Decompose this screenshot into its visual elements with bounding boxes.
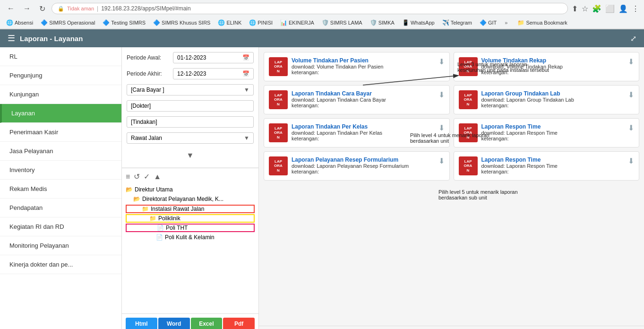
share-icon[interactable]: ⬆ <box>572 4 578 13</box>
bookmark-testing[interactable]: 🔷 Testing SIMRS <box>100 18 148 27</box>
address-bar[interactable]: 🔒 Tidak aman | 192.168.23.228/apps/SIMpe… <box>52 3 568 14</box>
bookmark-simka[interactable]: 🛡️ SIMKA <box>368 18 397 27</box>
profile-icon[interactable]: 👤 <box>618 4 628 13</box>
simrs-lama-icon: 🛡️ <box>322 19 329 26</box>
report-title-7[interactable]: Laporan Respon Time <box>481 156 625 163</box>
bookmarks-bar: 🌐 Absensi 🔷 SIMRS Operasional 🔷 Testing … <box>0 17 644 29</box>
bookmark-elink[interactable]: 🌐 ELINK <box>215 18 244 27</box>
undo-icon[interactable]: ↺ <box>134 172 140 181</box>
git-label: GIT <box>488 20 497 26</box>
sidebar-item-kinerja-dokter[interactable]: Kinerja dokter dan pe... <box>0 255 121 274</box>
expand-icon[interactable]: ▲ <box>154 173 161 181</box>
calendar-icon-2: 📅 <box>242 70 249 77</box>
main-layout: RL Pengunjung Kunjungan Layanan Penerima… <box>0 47 644 329</box>
download-icon-6[interactable]: ⬇ <box>438 156 445 165</box>
menu-icon[interactable]: ⋮ <box>632 4 639 13</box>
simrs-lama-label: SIMRS LAMA <box>330 20 362 26</box>
report-title-1[interactable]: Volume Tindakan Rekap <box>481 57 625 64</box>
excel-button[interactable]: Excel <box>191 318 223 329</box>
html-button[interactable]: Html <box>126 318 157 329</box>
report-title-5[interactable]: Laporan Respon Time <box>481 123 625 130</box>
report-title-2[interactable]: Laporan Tindakan Cara Bayar <box>292 90 435 97</box>
download-icon-7[interactable]: ⬇ <box>628 156 634 165</box>
sidebar-item-rekam-medis[interactable]: Rekam Medis <box>0 180 121 199</box>
tree-node-direktur[interactable]: 📂 Direktur Utama <box>126 185 255 194</box>
report-card-1: LAPORAN Volume Tindakan Rekap download: … <box>454 52 640 81</box>
download-icon-3[interactable]: ⬇ <box>628 90 634 99</box>
report-title-4[interactable]: Laporan Tindakan Per Kelas <box>292 123 435 130</box>
extension-icon[interactable]: 🧩 <box>592 4 601 13</box>
sidebar-item-pendapatan[interactable]: Pendapatan <box>0 199 121 217</box>
bookmark-ekinerja[interactable]: 📊 EKINERJA <box>278 18 317 27</box>
report-title-6[interactable]: Laporan Pelayanan Resep Formularium <box>292 156 435 163</box>
window-icon[interactable]: ⬜ <box>605 4 615 13</box>
hamburger-icon[interactable]: ☰ <box>8 33 15 43</box>
header-right[interactable]: ⤢ <box>630 34 636 43</box>
list-icon[interactable]: ≡ <box>126 173 130 181</box>
bookmark-simrs-ops[interactable]: 🔷 SIMRS Operasional <box>38 18 97 27</box>
report-content-5: Laporan Respon Time download: Laporan Re… <box>481 123 625 141</box>
periode-awal-input[interactable]: 01-12-2023 📅 <box>173 52 254 63</box>
absensi-icon: 🌐 <box>6 19 13 26</box>
sidebar-item-inventory[interactable]: Inventory <box>0 161 121 180</box>
report-keterangan-7: keterangan: <box>481 169 625 174</box>
pinisi-label: PINISI <box>258 20 273 26</box>
bookmark-semua[interactable]: 📁 Semua Bookmark <box>515 18 569 27</box>
pdf-button[interactable]: Pdf <box>223 318 255 329</box>
bookmark-pinisi[interactable]: 🌐 PINISI <box>247 18 275 27</box>
bookmark-simrs-lama[interactable]: 🛡️ SIMRS LAMA <box>319 18 365 27</box>
back-button[interactable]: ← <box>5 3 17 14</box>
rawat-select[interactable]: Rawat Jalan ▼ <box>127 132 254 144</box>
tindakan-row: [Tindakan] <box>127 116 254 128</box>
url-text: 192.168.23.228/apps/SIMpel/#main <box>101 5 190 12</box>
ekinerja-label: EKINERJA <box>289 20 314 26</box>
tree-node-poli-kulit[interactable]: 📄 Poli Kulit & Kelamin <box>126 233 255 242</box>
bookmark-git[interactable]: 🔷 GIT <box>477 18 499 27</box>
download-icon-0[interactable]: ⬇ <box>438 57 445 66</box>
periode-akhir-input[interactable]: 12-12-2023 📅 <box>173 68 254 79</box>
report-title-3[interactable]: Laporan Group Tindakan Lab <box>481 90 625 97</box>
tindakan-select[interactable]: [Tindakan] <box>127 116 254 128</box>
sidebar-item-pengunjung[interactable]: Pengunjung <box>0 66 121 85</box>
cara-bayar-select[interactable]: [Cara Bayar ] ▼ <box>127 84 254 95</box>
bookmark-star-icon[interactable]: ☆ <box>582 4 588 13</box>
check-icon[interactable]: ✓ <box>144 172 150 181</box>
semua-label: Semua Bookmark <box>526 20 567 26</box>
sidebar-item-kegiatan[interactable]: Kegiatan RI dan RD <box>0 217 121 236</box>
download-icon-5[interactable]: ⬇ <box>628 123 634 132</box>
bookmark-absensi[interactable]: 🌐 Absensi <box>4 18 35 27</box>
download-icon-1[interactable]: ⬇ <box>628 57 634 66</box>
report-title-0[interactable]: Volume Tindakan Per Pasien <box>292 57 435 64</box>
download-icon-2[interactable]: ⬇ <box>438 90 445 99</box>
sidebar-item-jasa-pelayanan[interactable]: Jasa Pelayanan <box>0 142 121 161</box>
sidebar-item-rl[interactable]: RL <box>0 47 121 66</box>
forward-button[interactable]: → <box>21 3 33 14</box>
reload-button[interactable]: ↻ <box>37 3 48 14</box>
sidebar-item-monitoring[interactable]: Monitoring Pelayanan <box>0 236 121 255</box>
bookmarks-more-button[interactable]: » <box>502 19 510 26</box>
tree-node-poliklinik[interactable]: 📁 Poliklinik <box>126 214 255 223</box>
report-card-0: LAPORAN Volume Tindakan Per Pasien downl… <box>264 52 450 81</box>
resize-icon[interactable]: ⤢ <box>630 35 636 43</box>
bookmark-whatsapp[interactable]: 📱 WhatsApp <box>400 18 437 27</box>
tree-node-direktorat[interactable]: 📂 Direktorat Pelayanan Medik, K... <box>126 194 255 204</box>
bookmark-simrs-khusus[interactable]: 🔷 SIMRS Khusus SIRS <box>151 18 213 27</box>
sidebar-item-kunjungan[interactable]: Kunjungan <box>0 85 121 104</box>
simrs-ops-icon: 🔷 <box>41 19 48 26</box>
dokter-row: [Dokter] <box>127 100 254 112</box>
tree-node-poli-tht[interactable]: 📄 Poli THT <box>126 224 255 232</box>
bookmark-telegram[interactable]: ✈️ Telegram <box>440 18 474 27</box>
simka-icon: 🛡️ <box>370 19 377 26</box>
download-icon-4[interactable]: ⬇ <box>438 123 445 132</box>
chevron-down-icon-1: ▼ <box>244 87 249 93</box>
word-button[interactable]: Word <box>158 318 190 329</box>
action-buttons: Html Word Excel Pdf <box>122 313 258 329</box>
report-icon-1: LAPORAN <box>459 57 478 76</box>
tree-node-instalasi[interactable]: 📁 Instalasi Rawat Jalan <box>126 205 255 213</box>
sidebar-item-penerimaan-kasir[interactable]: Penerimaan Kasir <box>0 123 121 142</box>
report-download-6: download: Laporan Pelayanan Resep Formul… <box>292 163 435 169</box>
simka-label: SIMKA <box>378 20 395 26</box>
dokter-select[interactable]: [Dokter] <box>127 100 254 112</box>
scroll-down-button[interactable]: ▼ <box>187 151 194 160</box>
sidebar-item-layanan[interactable]: Layanan <box>0 104 121 123</box>
